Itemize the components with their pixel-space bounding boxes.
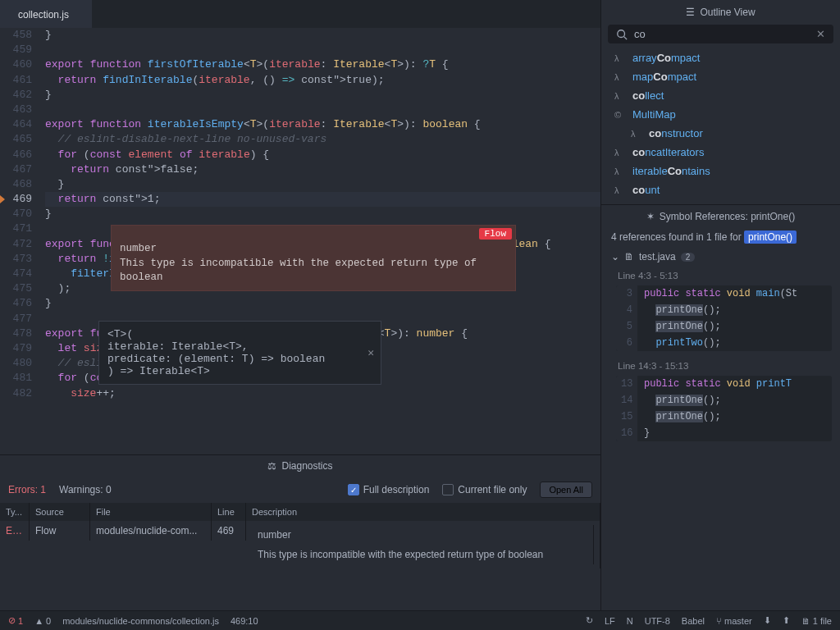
- tab-collection-js[interactable]: collection.js: [0, 0, 92, 28]
- refs-range-label: Line 14:3 - 15:13: [601, 358, 840, 374]
- code-line[interactable]: // eslint-disable-next-line no-unused-va…: [45, 132, 600, 147]
- lambda-icon: λ: [614, 185, 626, 195]
- hint-line: predicate: (element: T) => boolean: [107, 353, 372, 365]
- status-warnings[interactable]: ▲0: [34, 616, 51, 626]
- outline-search[interactable]: ✕: [608, 25, 833, 43]
- tab-bar: collection.js: [0, 0, 600, 28]
- status-branch[interactable]: ⑂ master: [716, 616, 752, 626]
- svg-point-0: [618, 30, 625, 37]
- cell-line: 469: [212, 521, 246, 541]
- status-eol[interactable]: LF: [605, 616, 615, 626]
- outline-item[interactable]: λcount: [608, 180, 833, 199]
- code-line[interactable]: }: [45, 28, 600, 43]
- flow-badge: Flow: [479, 228, 512, 240]
- full-description-checkbox[interactable]: ✓Full description: [348, 484, 430, 495]
- status-path[interactable]: modules/nuclide-commons/collection.js: [62, 616, 219, 626]
- code-line[interactable]: }: [45, 88, 600, 103]
- diagnostics-header: Ty... Source File Line Description: [0, 503, 600, 521]
- list-icon: ☰: [686, 7, 695, 18]
- code-line[interactable]: export function firstOfIterable<T>(itera…: [45, 57, 600, 72]
- status-bar: ⊘1 ▲0 modules/nuclide-commons/collection…: [0, 610, 840, 630]
- breakpoint-arrow-icon[interactable]: [0, 192, 7, 207]
- status-grammar[interactable]: Babel: [682, 616, 705, 626]
- code-line[interactable]: export function iterableIsEmpty<T>(itera…: [45, 117, 600, 132]
- error-head: number: [120, 242, 507, 257]
- lambda-icon: λ: [614, 53, 626, 63]
- chevron-down-icon: ⌄: [611, 251, 619, 262]
- code-line[interactable]: return const">false;: [45, 162, 600, 177]
- code-line[interactable]: return const">1;: [45, 192, 600, 207]
- code-line[interactable]: return findInIterable(iterable, () => co…: [45, 73, 600, 88]
- lambda-icon: ©: [614, 110, 626, 120]
- status-wrap[interactable]: N: [627, 616, 633, 626]
- search-icon: [616, 29, 628, 40]
- error-circle-icon: ⊘: [8, 615, 16, 626]
- status-errors[interactable]: ⊘1: [8, 615, 23, 626]
- lambda-icon: λ: [614, 72, 626, 82]
- type-hint-tooltip: <T>( iterable: Iterable<T>, predicate: (…: [98, 321, 381, 385]
- refs-code-block[interactable]: 3public static void main(St4 printOne();…: [616, 285, 832, 351]
- git-pull-icon[interactable]: ⬆: [783, 615, 790, 626]
- code-line[interactable]: }: [45, 296, 600, 311]
- outline-item[interactable]: ©MultiMap: [608, 105, 833, 124]
- code-line[interactable]: }: [45, 177, 600, 192]
- outline-item[interactable]: λmapCompact: [608, 67, 833, 86]
- error-body: This type is incompatible with the expec…: [120, 257, 507, 285]
- status-cursor[interactable]: 469:10: [231, 616, 258, 626]
- outline-title: ☰ Outline View: [601, 0, 840, 25]
- col-type[interactable]: Ty...: [0, 503, 30, 521]
- code-line[interactable]: size++;: [45, 386, 600, 401]
- svg-line-1: [624, 36, 628, 39]
- col-line[interactable]: Line: [212, 503, 246, 521]
- diagnostics-row[interactable]: Er... Flow modules/nuclide-com... 469 nu…: [0, 521, 600, 568]
- code-line[interactable]: [45, 103, 600, 117]
- cell-file: modules/nuclide-com...: [90, 521, 212, 541]
- current-file-only-checkbox[interactable]: Current file only: [442, 484, 527, 495]
- col-source[interactable]: Source: [30, 503, 90, 521]
- refresh-icon[interactable]: ↻: [586, 615, 593, 626]
- refs-summary: 4 references found in 1 file for printOn…: [601, 228, 840, 246]
- lambda-icon: λ: [614, 148, 626, 158]
- hint-line: <T>(: [107, 328, 372, 340]
- git-branch-icon: ⑂: [716, 616, 722, 626]
- scales-icon: ⚖: [267, 460, 276, 472]
- warnings-count[interactable]: Warnings: 0: [59, 484, 112, 495]
- flow-error-tooltip: Flow number This type is incompatible wi…: [111, 225, 516, 291]
- outline-item[interactable]: λconstructor: [608, 124, 833, 143]
- hint-line: iterable: Iterable<T>,: [107, 340, 372, 353]
- refs-title: ✶ Symbol References: printOne(): [601, 205, 840, 228]
- open-all-button[interactable]: Open All: [540, 482, 592, 498]
- diagnostics-panel: ⚖ Diagnostics Errors: 1 Warnings: 0 ✓Ful…: [0, 454, 600, 610]
- status-files[interactable]: 🗎 1 file: [801, 616, 832, 626]
- refs-code-block[interactable]: 13public static void printT14 printOne()…: [616, 376, 832, 441]
- person-icon: ✶: [646, 211, 655, 222]
- file-icon: 🗎: [624, 251, 634, 262]
- symbol-references-panel: ✶ Symbol References: printOne() 4 refere…: [601, 204, 840, 610]
- cell-description: number This type is incompatible with th…: [246, 521, 600, 568]
- lambda-icon: λ: [631, 129, 642, 139]
- code-editor[interactable]: 4584594604614624634644654664674684694704…: [0, 28, 600, 454]
- status-encoding[interactable]: UTF-8: [645, 616, 670, 626]
- errors-count[interactable]: Errors: 1: [8, 484, 46, 495]
- refs-range-label: Line 4:3 - 5:13: [601, 267, 840, 284]
- lambda-icon: λ: [614, 167, 626, 176]
- code-line[interactable]: for (const element of iterable) {: [45, 148, 600, 162]
- warning-icon: ▲: [34, 616, 43, 626]
- clear-icon[interactable]: ✕: [816, 28, 825, 40]
- outline-item[interactable]: λarrayCompact: [608, 48, 833, 67]
- outline-item[interactable]: λiterableContains: [608, 162, 833, 180]
- hint-line: ) => Iterable<T>: [107, 365, 372, 377]
- code-line[interactable]: [45, 43, 600, 57]
- close-icon[interactable]: ✕: [368, 346, 374, 359]
- lambda-icon: λ: [614, 91, 626, 101]
- file-icon: 🗎: [801, 616, 810, 626]
- code-line[interactable]: }: [45, 207, 600, 221]
- outline-item[interactable]: λconcatIterators: [608, 143, 833, 162]
- col-description[interactable]: Description: [246, 503, 600, 521]
- outline-item[interactable]: λcollect: [608, 86, 833, 105]
- outline-search-input[interactable]: [634, 28, 810, 40]
- refs-file-header[interactable]: ⌄ 🗎 test.java 2: [601, 246, 840, 267]
- cell-type: Er...: [0, 521, 30, 541]
- git-push-icon[interactable]: ⬇: [764, 615, 771, 626]
- col-file[interactable]: File: [90, 503, 212, 521]
